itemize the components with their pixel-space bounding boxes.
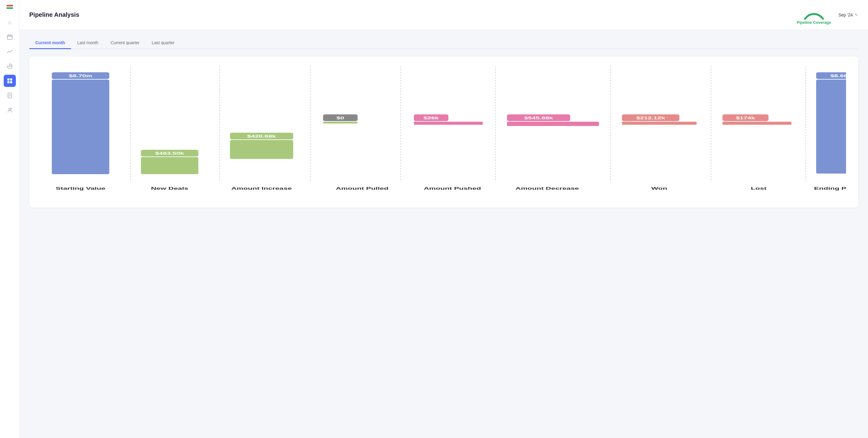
page-title: Pipeline Analysis: [29, 11, 79, 18]
svg-rect-7: [10, 81, 12, 83]
coverage-widget: 5.3x Pipeline Coverage: [797, 5, 831, 25]
chart-svg: $8.70m Starting Value $463.50k New Deals: [41, 66, 846, 200]
svg-text:Amount Pushed: Amount Pushed: [424, 186, 481, 191]
tab-current-month[interactable]: Current month: [29, 37, 71, 49]
svg-rect-6: [7, 81, 9, 83]
sidebar-item-reports[interactable]: [4, 89, 16, 101]
svg-text:$0: $0: [336, 116, 344, 120]
svg-text:$26k: $26k: [423, 116, 439, 120]
date-text: Sep '24: [838, 12, 853, 18]
svg-rect-26: [230, 140, 293, 159]
svg-text:$8.70m: $8.70m: [69, 74, 92, 78]
svg-text:Won: Won: [651, 186, 667, 191]
sidebar-item-calendar[interactable]: [4, 31, 16, 43]
svg-text:$545.88k: $545.88k: [524, 116, 553, 120]
sidebar-item-dashboard[interactable]: [4, 75, 16, 87]
main-content: Pipeline Analysis 5.3x Pipeline Coverage: [20, 0, 868, 438]
date-display: Sep '24 ✎: [838, 12, 858, 18]
svg-rect-21: [141, 157, 198, 174]
svg-point-12: [9, 108, 11, 110]
coverage-label: Pipeline Coverage: [797, 20, 831, 25]
waterfall-chart: $8.70m Starting Value $463.50k New Deals: [41, 66, 846, 200]
svg-rect-5: [10, 79, 12, 81]
svg-rect-31: [323, 122, 358, 124]
edit-icon[interactable]: ✎: [855, 12, 858, 18]
svg-text:Amount Decrease: Amount Decrease: [516, 186, 579, 191]
svg-text:Lost: Lost: [751, 186, 767, 191]
header-right: 5.3x Pipeline Coverage Sep '24 ✎: [797, 5, 858, 25]
svg-text:Amount Pulled: Amount Pulled: [336, 186, 389, 191]
tab-last-quarter[interactable]: Last quarter: [146, 37, 181, 49]
sidebar-item-pie[interactable]: [4, 60, 16, 72]
sidebar-item-home[interactable]: ⌂: [4, 16, 16, 28]
sidebar-item-user-settings[interactable]: [4, 104, 16, 116]
chart-card: $8.70m Starting Value $463.50k New Deals: [29, 56, 858, 208]
svg-text:Amount Increase: Amount Increase: [231, 186, 292, 191]
svg-text:$420.68k: $420.68k: [247, 134, 276, 138]
tab-current-quarter[interactable]: Current quarter: [104, 37, 146, 49]
svg-text:$8.66m: $8.66m: [830, 74, 846, 78]
logo: [6, 5, 13, 9]
svg-point-13: [11, 108, 12, 109]
svg-text:$212.12k: $212.12k: [636, 116, 665, 120]
sidebar: ⌂: [0, 0, 20, 438]
svg-text:$463.50k: $463.50k: [155, 151, 184, 155]
svg-text:$174k: $174k: [736, 116, 755, 120]
svg-rect-41: [507, 122, 599, 126]
svg-rect-36: [414, 122, 483, 125]
content-area: Current month Last month Current quarter…: [20, 30, 868, 438]
svg-rect-4: [7, 79, 9, 81]
svg-text:New Deals: New Deals: [151, 186, 188, 191]
svg-rect-46: [622, 122, 696, 125]
sidebar-item-analytics[interactable]: [4, 45, 16, 58]
svg-rect-0: [7, 35, 12, 39]
gauge-container: 5.3x: [800, 5, 828, 20]
tab-last-month[interactable]: Last month: [71, 37, 104, 49]
svg-text:Starting Value: Starting Value: [56, 186, 105, 191]
header: Pipeline Analysis 5.3x Pipeline Coverage: [20, 0, 868, 30]
svg-rect-56: [816, 80, 846, 174]
svg-rect-16: [52, 80, 109, 174]
svg-text:Ending Pipeline: Ending Pipeline: [814, 186, 846, 191]
svg-rect-51: [722, 122, 792, 125]
gauge-svg: 5.3x: [800, 5, 828, 20]
tabs-container: Current month Last month Current quarter…: [29, 37, 858, 49]
logo-bar-green: [6, 7, 13, 9]
logo-bar-red: [6, 5, 13, 6]
